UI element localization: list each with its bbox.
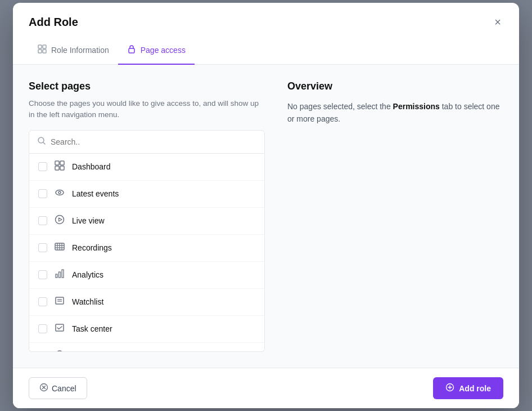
svg-point-11 bbox=[58, 191, 61, 194]
play-circle-icon bbox=[54, 215, 65, 227]
add-role-button[interactable]: Add role bbox=[433, 377, 503, 399]
list-icon bbox=[54, 296, 65, 309]
select-pages-title: Select pages bbox=[29, 81, 265, 92]
list-item[interactable]: Analytics bbox=[29, 262, 264, 289]
overview-description-link: Permissions bbox=[393, 102, 440, 111]
alerts-label: Alerts bbox=[72, 351, 92, 352]
tab-role-information[interactable]: Role Information bbox=[29, 37, 118, 65]
list-item[interactable]: Live view bbox=[29, 208, 264, 235]
dashboard-checkbox[interactable] bbox=[38, 162, 47, 171]
modal-overlay: Add Role × Role Information bbox=[0, 0, 532, 411]
cancel-button[interactable]: Cancel bbox=[29, 377, 87, 399]
lock-icon bbox=[127, 44, 136, 56]
list-item[interactable]: Alerts bbox=[29, 343, 264, 352]
live-view-checkbox[interactable] bbox=[38, 216, 47, 225]
close-button[interactable]: × bbox=[492, 14, 503, 30]
svg-point-12 bbox=[56, 215, 64, 224]
svg-rect-26 bbox=[56, 324, 64, 331]
svg-rect-8 bbox=[55, 166, 59, 170]
cancel-icon bbox=[39, 383, 48, 394]
svg-rect-3 bbox=[43, 50, 46, 53]
tab-page-access-label: Page access bbox=[141, 46, 186, 55]
svg-rect-4 bbox=[129, 48, 134, 53]
search-icon bbox=[37, 136, 46, 148]
tab-bar: Role Information Page access bbox=[13, 37, 519, 65]
recordings-checkbox[interactable] bbox=[38, 243, 47, 252]
recordings-icon bbox=[54, 242, 65, 254]
search-input[interactable] bbox=[51, 137, 256, 146]
list-item[interactable]: Dashboard bbox=[29, 154, 264, 181]
select-pages-description: Choose the pages you would like to give … bbox=[29, 98, 265, 121]
svg-rect-6 bbox=[55, 161, 59, 165]
cancel-label: Cancel bbox=[52, 384, 76, 393]
latest-events-label: Latest events bbox=[72, 189, 119, 198]
task-center-label: Task center bbox=[72, 324, 112, 333]
bar-chart-icon bbox=[54, 269, 65, 282]
live-view-label: Live view bbox=[72, 216, 105, 225]
eye-icon bbox=[54, 187, 65, 200]
modal-body: Select pages Choose the pages you would … bbox=[13, 65, 519, 368]
svg-rect-22 bbox=[62, 270, 64, 278]
svg-rect-7 bbox=[60, 161, 64, 165]
svg-point-10 bbox=[56, 190, 64, 195]
overview-description: No pages selected, select the Permission… bbox=[287, 100, 503, 126]
alerts-checkbox[interactable] bbox=[38, 351, 47, 352]
add-role-modal: Add Role × Role Information bbox=[13, 3, 519, 408]
modal-title: Add Role bbox=[29, 16, 78, 29]
tab-page-access[interactable]: Page access bbox=[118, 37, 195, 65]
tab-role-information-label: Role Information bbox=[51, 46, 109, 55]
latest-events-checkbox[interactable] bbox=[38, 189, 47, 198]
svg-rect-20 bbox=[56, 274, 57, 278]
svg-rect-21 bbox=[59, 272, 61, 278]
svg-rect-2 bbox=[38, 50, 42, 53]
right-panel: Overview No pages selected, select the P… bbox=[287, 81, 503, 352]
task-icon bbox=[54, 323, 65, 336]
svg-marker-13 bbox=[59, 218, 62, 221]
analytics-checkbox[interactable] bbox=[38, 270, 47, 279]
watchlist-label: Watchlist bbox=[72, 297, 103, 306]
overview-description-prefix: No pages selected, select the bbox=[287, 102, 393, 111]
analytics-label: Analytics bbox=[72, 270, 103, 279]
list-item[interactable]: Latest events bbox=[29, 181, 264, 208]
list-item[interactable]: Watchlist bbox=[29, 289, 264, 316]
close-icon: × bbox=[494, 16, 501, 28]
overview-title: Overview bbox=[287, 81, 503, 92]
bell-icon bbox=[54, 350, 65, 352]
left-panel: Select pages Choose the pages you would … bbox=[29, 81, 265, 352]
recordings-label: Recordings bbox=[72, 243, 112, 252]
modal-footer: Cancel Add role bbox=[13, 368, 519, 408]
task-center-checkbox[interactable] bbox=[38, 324, 47, 333]
svg-rect-9 bbox=[60, 166, 64, 170]
watchlist-checkbox[interactable] bbox=[38, 297, 47, 306]
svg-rect-1 bbox=[43, 45, 46, 48]
search-box bbox=[29, 130, 265, 154]
add-role-label: Add role bbox=[459, 384, 491, 393]
page-list: Dashboard Latest events bbox=[29, 154, 265, 352]
list-item[interactable]: Task center bbox=[29, 316, 264, 343]
dashboard-icon bbox=[54, 160, 65, 173]
svg-rect-0 bbox=[38, 45, 42, 48]
add-role-icon bbox=[445, 383, 454, 394]
grid-icon bbox=[38, 44, 47, 56]
modal-header: Add Role × bbox=[13, 3, 519, 30]
dashboard-label: Dashboard bbox=[72, 162, 111, 171]
list-item[interactable]: Recordings bbox=[29, 235, 264, 262]
svg-rect-23 bbox=[56, 297, 64, 304]
